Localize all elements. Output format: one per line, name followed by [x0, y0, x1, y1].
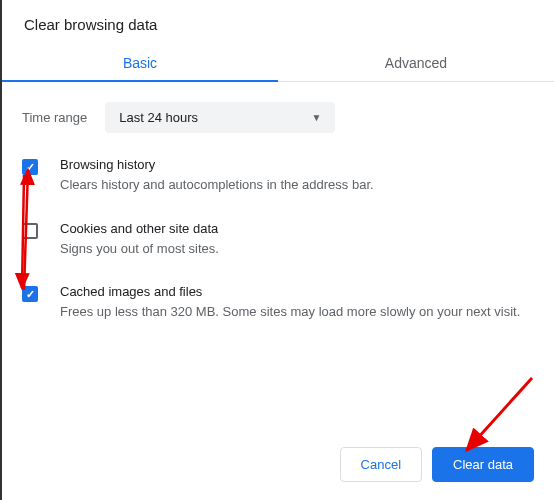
dialog-title: Clear browsing data [22, 16, 534, 33]
dialog-buttons: Cancel Clear data [340, 447, 534, 482]
option-browsing-history: ✓ Browsing history Clears history and au… [22, 157, 534, 195]
checkbox-cookies[interactable] [22, 223, 38, 239]
option-title: Browsing history [60, 157, 534, 172]
time-range-row: Time range Last 24 hours ▼ [22, 102, 534, 133]
option-texts: Cached images and files Frees up less th… [60, 284, 534, 322]
checkmark-icon: ✓ [26, 289, 35, 300]
chevron-down-icon: ▼ [311, 112, 321, 123]
option-title: Cached images and files [60, 284, 534, 299]
option-title: Cookies and other site data [60, 221, 534, 236]
tabs: Basic Advanced [2, 43, 554, 82]
option-cached: ✓ Cached images and files Frees up less … [22, 284, 534, 322]
option-desc: Signs you out of most sites. [60, 239, 534, 259]
checkbox-browsing-history[interactable]: ✓ [22, 159, 38, 175]
option-desc: Clears history and autocompletions in th… [60, 175, 534, 195]
checkbox-cached[interactable]: ✓ [22, 286, 38, 302]
option-texts: Browsing history Clears history and auto… [60, 157, 534, 195]
time-range-select[interactable]: Last 24 hours ▼ [105, 102, 335, 133]
checkmark-icon: ✓ [26, 162, 35, 173]
svg-line-2 [467, 378, 532, 450]
clear-data-button[interactable]: Clear data [432, 447, 534, 482]
tab-advanced[interactable]: Advanced [278, 43, 554, 81]
tab-basic[interactable]: Basic [2, 43, 278, 81]
option-cookies: Cookies and other site data Signs you ou… [22, 221, 534, 259]
time-range-value: Last 24 hours [119, 110, 198, 125]
time-range-label: Time range [22, 110, 87, 125]
option-desc: Frees up less than 320 MB. Some sites ma… [60, 302, 534, 322]
cancel-button[interactable]: Cancel [340, 447, 422, 482]
option-texts: Cookies and other site data Signs you ou… [60, 221, 534, 259]
clear-browsing-data-dialog: Clear browsing data Basic Advanced Time … [2, 0, 554, 322]
